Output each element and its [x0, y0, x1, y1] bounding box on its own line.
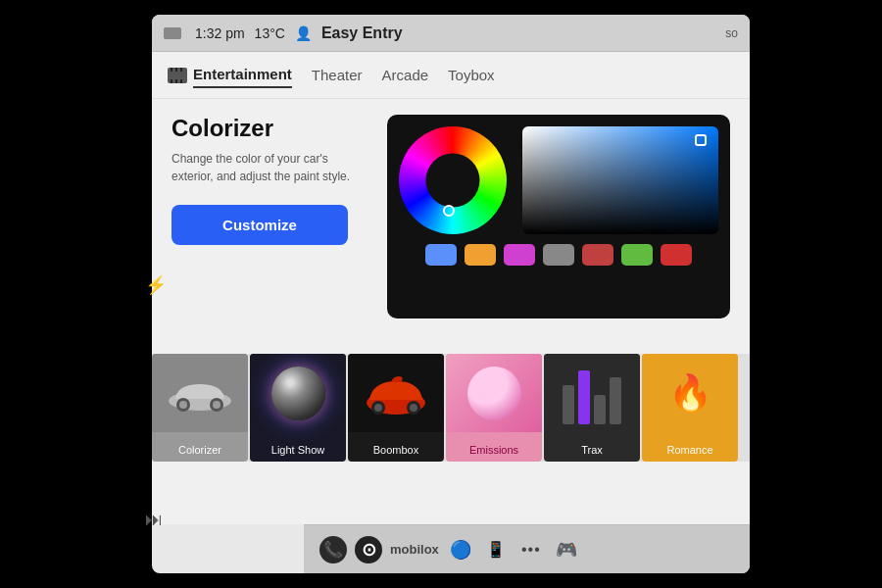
film-icon	[168, 68, 187, 83]
trax-card-bg	[544, 354, 640, 432]
app-description: Change the color of your car's exterior,…	[172, 150, 368, 185]
app-card-colorizer[interactable]: Colorizer	[152, 354, 248, 462]
swatch-green[interactable]	[621, 244, 653, 266]
lightning-icon: ⚡	[145, 274, 157, 294]
app-card-romance[interactable]: 🔥 Romance	[642, 354, 738, 462]
customize-button[interactable]: Customize	[172, 205, 348, 245]
colorizer-card-bg	[152, 354, 248, 432]
next-track-button[interactable]: ⏭	[145, 510, 163, 530]
trax-card-label: Trax	[544, 444, 640, 456]
svg-rect-6	[180, 79, 182, 83]
emissions-card-bg	[446, 354, 542, 432]
taskbar: 📞 ⊙ mobilox 🔵 📱 ••• 🎮 ‹ 🔇 ›	[304, 524, 750, 573]
status-right: so	[725, 26, 738, 40]
boombox-card-label: Boombox	[348, 444, 444, 456]
emissions-card-label: Emissions	[446, 444, 542, 456]
disco-ball-icon	[271, 367, 325, 420]
svg-rect-4	[171, 79, 172, 83]
taskbar-games-icon[interactable]: 🎮	[553, 536, 580, 564]
content-area: Colorizer Change the color of your car's…	[152, 99, 750, 334]
tab-toybox[interactable]: Toybox	[448, 63, 495, 87]
svg-point-11	[213, 401, 220, 409]
easy-entry-label: Easy Entry	[321, 24, 403, 42]
swatch-purple[interactable]	[504, 244, 535, 266]
taskbar-bluetooth-icon[interactable]: 🔵	[447, 536, 474, 564]
trax-bars-icon	[563, 375, 621, 424]
svg-rect-3	[180, 68, 182, 72]
user-icon: 👤	[295, 25, 312, 41]
boombox-car-icon	[362, 368, 430, 417]
tab-arcade[interactable]: Arcade	[382, 63, 429, 87]
main-content: Entertainment Theater Arcade Toybox Colo…	[152, 52, 750, 524]
main-screen: 1:32 pm 13°C 👤 Easy Entry so	[152, 15, 750, 573]
swatch-gray[interactable]	[543, 244, 574, 266]
entertainment-nav-group[interactable]: Entertainment	[168, 62, 292, 88]
app-card-emissions[interactable]: Emissions	[446, 354, 542, 462]
taskbar-phone-icon[interactable]: 📞	[319, 536, 347, 564]
app-card-trax[interactable]: Trax	[544, 354, 640, 462]
color-wheel-cursor	[443, 205, 455, 217]
lightshow-card-bg	[250, 354, 346, 432]
app-title: Colorizer	[172, 115, 368, 142]
tab-entertainment[interactable]: Entertainment	[193, 62, 292, 88]
signal-icon	[164, 27, 181, 39]
taskbar-media-text: mobilox	[390, 542, 439, 557]
colorizer-car-icon	[166, 373, 234, 413]
swatch-darkred[interactable]	[582, 244, 613, 266]
status-temp: 13°C	[255, 25, 285, 41]
taskbar-left: 📞 ⊙ mobilox 🔵 📱 ••• 🎮	[319, 536, 580, 564]
colorizer-card-label: Colorizer	[152, 444, 248, 456]
svg-point-14	[374, 404, 382, 412]
romance-card-bg: 🔥	[642, 354, 738, 432]
left-panel: Colorizer Change the color of your car's…	[172, 115, 368, 318]
section-spacer	[152, 334, 750, 354]
swatch-blue[interactable]	[425, 244, 457, 266]
romance-flame-icon: 🔥	[668, 372, 712, 414]
svg-point-9	[179, 401, 187, 409]
color-picker-area	[387, 115, 730, 318]
app-card-lightshow[interactable]: Light Show	[250, 354, 346, 462]
swatch-red[interactable]	[661, 244, 692, 266]
status-time: 1:32 pm	[195, 25, 245, 41]
svg-rect-2	[175, 68, 177, 72]
status-bar: 1:32 pm 13°C 👤 Easy Entry so	[152, 15, 750, 52]
romance-card-label: Romance	[642, 444, 738, 456]
svg-point-16	[410, 404, 417, 412]
taskbar-phone2-icon[interactable]: 📱	[482, 536, 510, 564]
app-card-boombox[interactable]: Boombox	[348, 354, 444, 462]
tab-theater[interactable]: Theater	[312, 63, 363, 87]
boombox-card-bg	[348, 354, 444, 432]
svg-rect-1	[171, 68, 172, 72]
nav-tabs: Entertainment Theater Arcade Toybox	[152, 52, 750, 99]
color-wheel[interactable]	[399, 126, 507, 234]
emissions-bubble-icon	[467, 367, 521, 420]
taskbar-dots-icon[interactable]: •••	[517, 536, 545, 564]
saturation-cursor	[695, 134, 707, 146]
swatch-orange[interactable]	[465, 244, 496, 266]
taskbar-media-icon[interactable]: ⊙	[355, 536, 382, 564]
saturation-panel[interactable]	[522, 126, 718, 234]
app-grid: Colorizer Light Show	[152, 354, 750, 462]
lightshow-card-label: Light Show	[250, 444, 346, 456]
color-swatches	[425, 244, 692, 266]
color-picker-top	[399, 126, 718, 234]
svg-rect-5	[175, 79, 177, 83]
